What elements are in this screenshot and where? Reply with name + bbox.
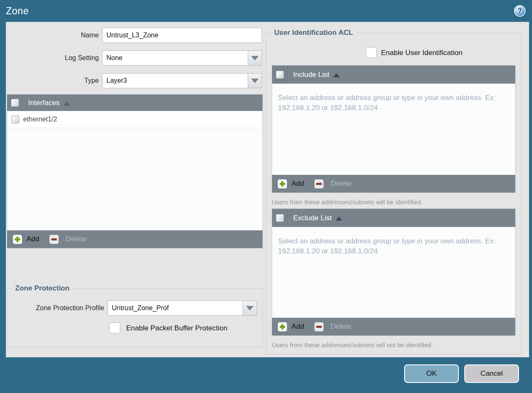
- interfaces-table-body: ethernet1/2: [7, 111, 262, 230]
- name-label: Name: [6, 28, 99, 43]
- zone-protection-legend: Zone Protection: [12, 284, 72, 293]
- exclude-select-all-checkbox[interactable]: [276, 214, 284, 222]
- add-button[interactable]: Add: [26, 235, 39, 243]
- help-icon-glyph: ?: [518, 7, 522, 15]
- delete-button: Delete: [331, 322, 351, 331]
- exclude-list-caption: Users from these addresses/subnets will …: [272, 341, 433, 348]
- include-list-table: Include List Select an address or addres…: [272, 65, 516, 193]
- add-button[interactable]: Add: [291, 179, 304, 188]
- user-identification-acl-section: User Identification ACL Enable User Iden…: [266, 33, 521, 355]
- delete-button: Delete: [66, 235, 86, 243]
- include-list-header: Include List: [272, 66, 515, 84]
- zone-protection-profile-input[interactable]: [108, 301, 243, 316]
- interfaces-select-all-cell: [7, 95, 23, 111]
- zone-dialog-body: Name Log Setting Type Interfaces: [6, 22, 529, 357]
- help-icon[interactable]: ?: [514, 5, 526, 17]
- user-identification-acl-legend: User Identification ACL: [271, 29, 356, 37]
- interfaces-column-label: Interfaces: [28, 99, 60, 107]
- exclude-list-header: Exclude List: [272, 209, 515, 227]
- dialog-title: Zone: [6, 5, 29, 17]
- exclude-list-label: Exclude List: [293, 214, 332, 222]
- type-row: Type: [6, 73, 262, 88]
- sort-ascending-icon: [333, 73, 340, 77]
- include-list-column-header[interactable]: Include List: [293, 71, 340, 79]
- enable-user-identification-label: Enable User Identification: [381, 49, 463, 57]
- include-list-caption: Users from these addresses/subnets will …: [272, 198, 423, 206]
- ok-button[interactable]: OK: [404, 364, 459, 383]
- include-select-all-cell: [272, 66, 288, 84]
- exclude-list-column-header[interactable]: Exclude List: [293, 214, 342, 222]
- table-row[interactable]: ethernet1/2: [7, 111, 262, 128]
- include-list-placeholder: Select an address or address group or ty…: [278, 93, 505, 113]
- exclude-list-placeholder: Select an address or address group or ty…: [278, 236, 505, 256]
- interfaces-column-header[interactable]: Interfaces: [28, 99, 70, 107]
- type-label: Type: [6, 73, 99, 88]
- include-list-footer: Add Delete: [272, 175, 515, 193]
- delete-button: Delete: [331, 179, 351, 188]
- zone-protection-profile-row: Zone Protection Profile: [7, 301, 257, 316]
- chevron-down-icon: [251, 79, 259, 83]
- packet-buffer-protection-label: Enable Packet Buffer Protection: [126, 324, 228, 332]
- row-checkbox-cell: [7, 111, 23, 128]
- sort-ascending-icon: [64, 101, 70, 106]
- zone-protection-section: Zone Protection Zone Protection Profile …: [7, 288, 263, 348]
- type-input[interactable]: [102, 73, 248, 88]
- include-list-body[interactable]: Select an address or address group or ty…: [272, 84, 515, 175]
- include-select-all-checkbox[interactable]: [276, 71, 284, 79]
- interfaces-table: Interfaces ethernet1/2 Add Delete: [7, 94, 263, 248]
- delete-icon[interactable]: [49, 235, 59, 244]
- sort-ascending-icon: [336, 216, 342, 221]
- name-row: Name: [6, 28, 262, 43]
- add-icon[interactable]: [278, 179, 287, 189]
- log-setting-row: Log Setting: [6, 50, 262, 66]
- log-setting-input[interactable]: [102, 50, 248, 66]
- chevron-down-icon: [251, 56, 259, 61]
- zone-protection-profile-dropdown-button[interactable]: [243, 301, 257, 316]
- name-input[interactable]: [102, 28, 262, 43]
- exclude-list-table: Exclude List Select an address or addres…: [272, 208, 516, 336]
- interfaces-table-footer: Add Delete: [7, 230, 262, 248]
- zone-protection-profile-label: Zone Protection Profile: [7, 301, 104, 316]
- delete-icon[interactable]: [314, 179, 324, 189]
- chevron-down-icon: [246, 306, 254, 311]
- delete-icon[interactable]: [314, 322, 324, 332]
- interface-name: ethernet1/2: [23, 116, 57, 123]
- packet-buffer-protection-checkbox[interactable]: [109, 322, 120, 333]
- add-icon[interactable]: [278, 322, 287, 332]
- exclude-list-body[interactable]: Select an address or address group or ty…: [272, 227, 515, 318]
- log-setting-label: Log Setting: [6, 50, 99, 66]
- interfaces-select-all-checkbox[interactable]: [11, 99, 19, 107]
- exclude-select-all-cell: [272, 209, 288, 227]
- add-button[interactable]: Add: [291, 322, 304, 331]
- add-icon[interactable]: [13, 235, 22, 244]
- exclude-list-footer: Add Delete: [272, 318, 515, 335]
- log-setting-dropdown-button[interactable]: [248, 50, 262, 66]
- interfaces-table-header: Interfaces: [7, 95, 262, 111]
- cancel-button[interactable]: Cancel: [464, 364, 519, 383]
- enable-user-identification-checkbox[interactable]: [366, 47, 377, 58]
- type-dropdown-button[interactable]: [248, 73, 262, 88]
- include-list-label: Include List: [293, 71, 329, 79]
- row-checkbox[interactable]: [11, 116, 19, 124]
